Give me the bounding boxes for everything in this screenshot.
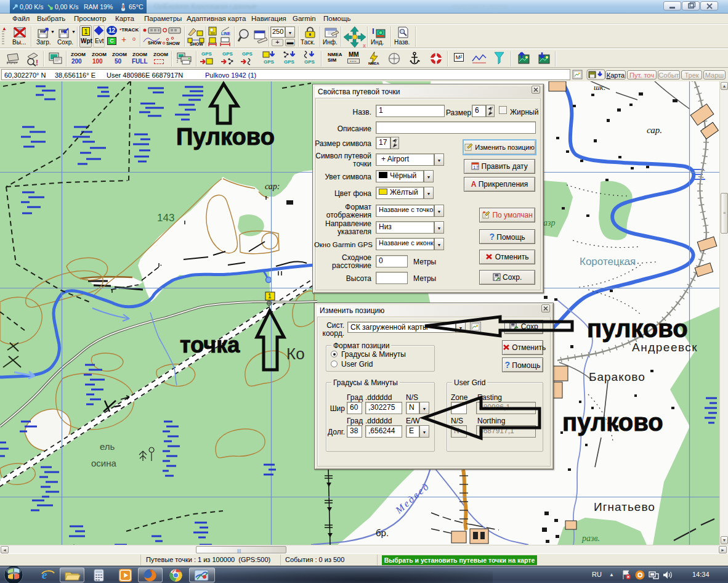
- svg-text:Коротецкая: Коротецкая: [580, 256, 636, 267]
- svg-text:разв.: разв.: [581, 534, 600, 543]
- svg-text:сар.: сар.: [647, 125, 662, 135]
- svg-text:шк.: шк.: [594, 83, 605, 92]
- svg-text:17: 17: [473, 165, 479, 170]
- svg-text:Андреевск: Андреевск: [632, 341, 698, 354]
- svg-text:e: e: [42, 568, 47, 581]
- svg-text:сар:: сар:: [265, 182, 280, 191]
- svg-text:!: !: [36, 59, 38, 67]
- svg-text:I: I: [372, 26, 374, 36]
- svg-text:Бараково: Бараково: [589, 370, 645, 383]
- svg-text:x: x: [363, 43, 366, 48]
- svg-text:1: 1: [268, 293, 272, 300]
- svg-text:143: 143: [157, 212, 174, 224]
- svg-text:осина: осина: [91, 458, 117, 468]
- svg-text:азр: азр: [543, 218, 555, 227]
- svg-text:ель: ель: [100, 441, 115, 452]
- svg-text:Ко: Ко: [286, 344, 305, 363]
- svg-text:бр.: бр.: [376, 528, 389, 538]
- svg-text:SHOW: SHOW: [190, 42, 203, 46]
- svg-text:Игнатьево: Игнатьево: [594, 500, 655, 513]
- svg-text:SHOW: SHOW: [166, 41, 180, 46]
- svg-text:SHOW: SHOW: [148, 41, 161, 45]
- svg-text:LINE: LINE: [221, 31, 230, 36]
